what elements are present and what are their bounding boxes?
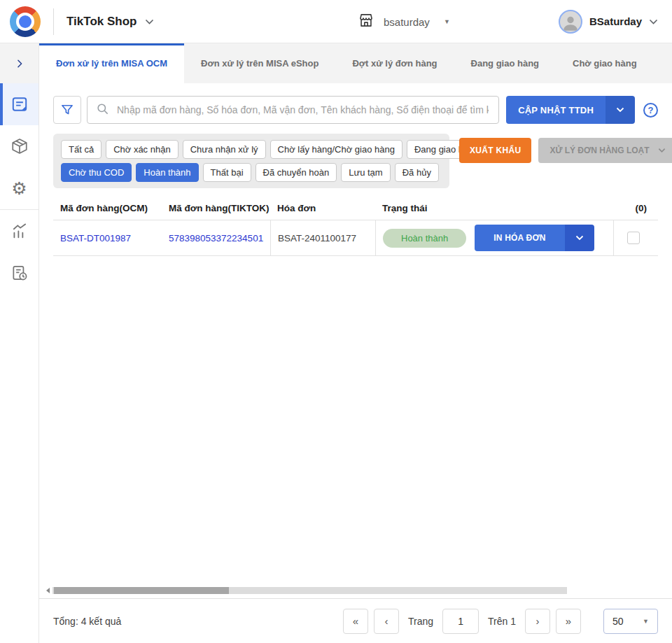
column-header-status: Trạng thái xyxy=(375,197,613,220)
page-size-value: 50 xyxy=(612,616,624,627)
print-invoice-caret[interactable] xyxy=(565,225,594,251)
store-icon xyxy=(357,11,375,32)
print-invoice-button[interactable]: IN HÓA ĐƠN xyxy=(475,225,594,251)
order-code-ocm-link[interactable]: BSAT-DT001987 xyxy=(53,220,162,255)
chip-cancelled[interactable]: Đã hủy xyxy=(395,163,439,182)
report-clock-icon xyxy=(10,264,29,282)
table-header: Mã đơn hàng(OCM) Mã đơn hàng(TIKTOK) Hóa… xyxy=(53,197,658,220)
row-checkbox[interactable] xyxy=(627,232,640,244)
invoice-number: BSAT-2401100177 xyxy=(270,220,375,255)
sidebar-item-reports[interactable] xyxy=(0,252,38,294)
next-page-button[interactable]: › xyxy=(525,609,550,634)
sidebar-item-settings[interactable]: ⚙ xyxy=(0,167,38,209)
shop-name: bsaturday xyxy=(384,16,430,28)
table-row: BSAT-DT001987 578398053372234501 BSAT-24… xyxy=(53,220,658,256)
bulk-actions: XUẤT KHẨU XỬ LÝ ĐƠN HÀNG LOẠT xyxy=(459,138,672,163)
total-results-label: Tổng: 4 kết quả xyxy=(53,616,121,627)
footer: Tổng: 4 kết quả « ‹ Trang Trên 1 › » 50 … xyxy=(39,598,672,643)
triangle-down-icon: ▼ xyxy=(643,618,649,625)
column-header-ocm: Mã đơn hàng(OCM) xyxy=(53,197,162,220)
scrollbar-track[interactable] xyxy=(52,587,567,594)
horizontal-scrollbar xyxy=(43,586,658,595)
help-icon[interactable]: ? xyxy=(643,103,658,118)
page-number-input[interactable] xyxy=(442,609,479,634)
chip-draft[interactable]: Lưu tạm xyxy=(341,163,390,182)
user-menu[interactable]: BSaturday xyxy=(559,10,658,34)
tab-order-batches[interactable]: Đợt xử lý đơn hàng xyxy=(335,43,454,83)
first-page-button[interactable]: « xyxy=(343,609,368,634)
tab-shipping[interactable]: Đang giao hàng xyxy=(454,43,556,83)
status-badge: Hoàn thành xyxy=(383,229,466,248)
print-invoice-label[interactable]: IN HÓA ĐƠN xyxy=(475,225,564,251)
row-checkbox-cell xyxy=(613,220,658,255)
scrollbar-thumb[interactable] xyxy=(54,587,229,594)
sidebar-item-analytics[interactable] xyxy=(0,210,38,252)
filter-row: Tất cả Chờ xác nhận Chưa nhận xử lý Chờ … xyxy=(53,134,658,188)
search-box xyxy=(87,96,499,124)
misa-logo-icon[interactable] xyxy=(10,6,41,37)
chevron-down-icon xyxy=(616,107,624,113)
chip-not-processed[interactable]: Chưa nhận xử lý xyxy=(183,140,266,159)
avatar xyxy=(559,10,582,34)
chevron-down-icon xyxy=(658,148,666,153)
gear-icon: ⚙ xyxy=(11,180,27,197)
tab-misa-ocm[interactable]: Đơn xử lý trên MISA OCM xyxy=(39,43,184,83)
update-order-status-button[interactable]: CẬP NHẬT TTDH xyxy=(506,96,635,124)
pagination: « ‹ Trang Trên 1 › » 50 ▼ xyxy=(343,609,658,634)
chevron-down-icon xyxy=(145,15,154,29)
order-document-icon xyxy=(10,95,29,113)
orders-panel: CẬP NHẬT TTDH ? Tất cả Chờ xác nhận Chưa… xyxy=(39,83,672,598)
search-input[interactable] xyxy=(115,104,490,116)
chip-awaiting-cod[interactable]: Chờ thu COD xyxy=(61,163,132,182)
order-code-tiktok-link[interactable]: 578398053372234501 xyxy=(162,220,270,255)
tab-misa-eshop[interactable]: Đơn xử lý trên MISA eShop xyxy=(184,43,335,83)
tab-bar: Đơn xử lý trên MISA OCM Đơn xử lý trên M… xyxy=(39,43,672,83)
triangle-down-icon: ▼ xyxy=(444,18,450,25)
chip-completed[interactable]: Hoàn thành xyxy=(136,163,198,182)
chevron-down-icon xyxy=(649,15,658,28)
chart-icon xyxy=(10,222,29,240)
chevron-right-icon xyxy=(15,59,24,69)
filter-button[interactable] xyxy=(53,96,81,124)
prev-page-button[interactable]: ‹ xyxy=(374,609,399,634)
page-size-select[interactable]: 50 ▼ xyxy=(603,609,658,634)
export-button[interactable]: XUẤT KHẨU xyxy=(459,138,531,163)
chip-failed[interactable]: Thất bại xyxy=(203,163,251,182)
chevron-down-icon xyxy=(575,235,584,241)
package-cube-icon xyxy=(10,137,29,155)
tab-awaiting-delivery[interactable]: Chờ giao hàng xyxy=(556,43,654,83)
update-order-status-label[interactable]: CẬP NHẬT TTDH xyxy=(506,96,606,124)
sidebar-item-orders[interactable] xyxy=(0,83,38,125)
status-filter-group: Tất cả Chờ xác nhận Chưa nhận xử lý Chờ … xyxy=(53,134,449,188)
column-header-invoice: Hóa đơn xyxy=(270,197,375,220)
chip-awaiting-confirm[interactable]: Chờ xác nhận xyxy=(106,140,178,159)
search-toolbar: CẬP NHẬT TTDH ? xyxy=(53,96,658,124)
top-header: TikTok Shop bsaturday ▼ xyxy=(0,0,672,43)
header-divider xyxy=(53,8,54,35)
column-header-tiktok: Mã đơn hàng(TIKTOK) xyxy=(162,197,270,220)
column-header-count: (0) xyxy=(613,197,658,220)
sidebar-item-products[interactable] xyxy=(0,125,38,167)
shop-selector[interactable]: bsaturday ▼ xyxy=(357,0,450,43)
user-name: BSaturday xyxy=(589,15,642,27)
page-of-label: Trên 1 xyxy=(488,616,516,627)
funnel-icon xyxy=(60,103,74,117)
sidebar-collapse-button[interactable] xyxy=(0,43,38,83)
orders-table: Mã đơn hàng(OCM) Mã đơn hàng(TIKTOK) Hóa… xyxy=(53,197,658,256)
channel-title: TikTok Shop xyxy=(66,15,136,29)
empty-area xyxy=(53,256,658,586)
status-cell: Hoàn thành IN HÓA ĐƠN xyxy=(375,220,613,255)
last-page-button[interactable]: » xyxy=(556,609,581,634)
search-icon xyxy=(96,102,109,118)
batch-process-label: XỬ LÝ ĐƠN HÀNG LOẠT xyxy=(550,146,649,155)
app-window: TikTok Shop bsaturday ▼ xyxy=(0,0,672,643)
scroll-left-arrow-icon[interactable] xyxy=(43,586,52,595)
chip-awaiting-pickup-delivery[interactable]: Chờ lấy hàng/Chờ giao hàng xyxy=(270,140,402,159)
channel-selector[interactable]: TikTok Shop xyxy=(66,15,154,29)
chip-all[interactable]: Tất cả xyxy=(61,140,102,159)
page-label: Trang xyxy=(408,616,433,627)
sidebar: ⚙ xyxy=(0,43,39,643)
update-order-status-caret[interactable] xyxy=(606,96,635,124)
batch-process-button[interactable]: XỬ LÝ ĐƠN HÀNG LOẠT xyxy=(538,138,672,163)
chip-returned[interactable]: Đã chuyển hoàn xyxy=(255,163,337,182)
